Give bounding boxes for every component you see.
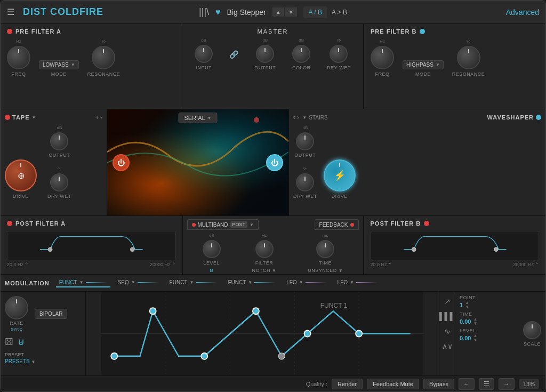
freq-a-knob[interactable]: [7, 46, 30, 69]
post-filter-b-dot[interactable]: [424, 221, 429, 226]
tape-status-dot[interactable]: [5, 115, 10, 120]
mod-header-bar: MODULATION FUNCT ▼ SEQ ▼ FUNCT ▼: [1, 275, 545, 292]
multiband-level-knob[interactable]: [203, 240, 221, 258]
freq-a-label: FREQ: [11, 71, 26, 77]
pre-filter-a-title: PRE FILTER A: [15, 28, 61, 35]
rate-knob[interactable]: [5, 296, 28, 319]
tape-output-knob[interactable]: [50, 132, 68, 150]
ws-drive-knob[interactable]: ⚡: [324, 159, 356, 191]
feedback-tab[interactable]: FEEDBACK: [315, 219, 359, 230]
time-down[interactable]: ▼: [473, 322, 477, 326]
multiband-time-knob[interactable]: [316, 240, 334, 258]
freq-b-knob[interactable]: [371, 46, 394, 69]
power-button-left[interactable]: ⏻: [113, 154, 130, 171]
svg-text:FUNCT 1: FUNCT 1: [320, 302, 348, 309]
dry-wet-master-knob[interactable]: [330, 45, 348, 63]
point-stepper[interactable]: ▲ ▼: [465, 301, 469, 309]
master-section: MASTER dB INPUT 🔗 dB OUTPUT dB: [182, 24, 364, 109]
waveshaper-status-dot[interactable]: [536, 115, 541, 120]
mode-a-group: LOWPASS ▼ MODE: [39, 60, 79, 77]
feedback-dot: [350, 223, 354, 227]
input-knob[interactable]: [195, 45, 213, 63]
mod-tab-lfo2[interactable]: LFO ▼: [334, 278, 381, 287]
presets-button[interactable]: PRESETS ▼: [5, 358, 81, 364]
freq-b-group: Hz FREQ: [371, 39, 394, 77]
power-button-right[interactable]: ⏻: [266, 154, 283, 171]
bipolar-button[interactable]: BIPOLAR: [35, 309, 67, 319]
mod-tab-funct1[interactable]: FUNCT ▼: [56, 278, 110, 287]
output-knob[interactable]: [256, 45, 274, 63]
mod-tab-funct3[interactable]: FUNCT ▼: [224, 278, 279, 287]
tape-knobs: ⊕ DRIVE dB OUTPUT % DRY WET: [5, 125, 102, 199]
advanced-button[interactable]: Advanced: [506, 8, 539, 17]
mod-right: ↗ ▌▌▌ ∿ ∧∨ POINT 1 ▲: [439, 292, 545, 375]
resonance-a-knob[interactable]: [92, 46, 115, 69]
mode-a-select[interactable]: LOWPASS ▼: [39, 60, 79, 69]
tape-nav[interactable]: ‹ ›: [97, 114, 102, 121]
mode-b-select[interactable]: HIGHPASS ▼: [403, 60, 444, 69]
mod-body: RATE SYNC BIPOLAR ⚄ ⊎ PRESET PRESETS ▼: [1, 292, 545, 375]
post-a-low-stepper[interactable]: ⌃: [25, 262, 29, 267]
level-param-label: LEVEL: [460, 328, 515, 333]
link-icon[interactable]: 🔗: [229, 50, 238, 59]
waveshaper-title: WAVESHAPER: [487, 114, 534, 121]
pre-filter-a-status-dot[interactable]: [7, 29, 12, 34]
tape-drive-knob[interactable]: ⊕: [5, 159, 37, 191]
post-a-high-stepper[interactable]: ⌃: [172, 262, 176, 267]
ws-drywet-knob[interactable]: [296, 173, 314, 191]
post-b-high-freq: 20000 Hz: [513, 262, 534, 267]
pre-filter-b-knobs: Hz FREQ HIGHPASS ▼ MODE % RE: [371, 39, 539, 77]
tape-drywet-knob[interactable]: [50, 173, 68, 191]
pre-filter-b-status-dot[interactable]: [420, 29, 425, 34]
render-button[interactable]: Render: [332, 379, 363, 389]
bars-icon: |||\: [199, 6, 209, 18]
mod-icon-wave[interactable]: ∿: [443, 326, 452, 337]
hamburger-icon[interactable]: ☰: [7, 7, 14, 17]
mod-icon-bars[interactable]: ▌▌▌: [438, 311, 456, 322]
menu-nav-button[interactable]: ☰: [479, 378, 494, 390]
serial-button[interactable]: SERIAL ▼: [178, 113, 217, 123]
ws-nav[interactable]: ‹ ›: [293, 114, 299, 121]
multiband-time-sub: UNSYNCED ▼: [308, 268, 343, 273]
dice-icon[interactable]: ⚄: [5, 336, 13, 348]
tape-dropdown[interactable]: ▼: [32, 115, 36, 120]
multiband-post: POST: [230, 221, 248, 228]
modulation-section: MODULATION FUNCT ▼ SEQ ▼ FUNCT ▼: [1, 275, 545, 375]
resonance-b-group: % RESONANCE: [452, 39, 485, 77]
master-knobs: dB INPUT 🔗 dB OUTPUT dB COLOR: [187, 38, 359, 70]
point-down[interactable]: ▼: [465, 305, 469, 309]
mod-tab-seq[interactable]: SEQ ▼: [115, 278, 162, 287]
post-b-low-stepper[interactable]: ⌃: [388, 262, 392, 267]
preset-down-button[interactable]: ▼: [285, 7, 297, 17]
level-down[interactable]: ▼: [473, 338, 477, 342]
forward-button[interactable]: →: [499, 378, 515, 390]
post-filter-a-dot[interactable]: [7, 221, 12, 226]
heart-icon[interactable]: ♥: [215, 7, 221, 17]
multiband-dot: [192, 223, 196, 227]
stairs-select[interactable]: ▼ STAIRS: [302, 115, 327, 121]
resonance-a-unit: %: [102, 39, 106, 44]
multiband-filter-knob[interactable]: [255, 240, 274, 258]
post-b-high-stepper[interactable]: ⌃: [535, 262, 539, 267]
ws-output-knob[interactable]: [296, 132, 314, 150]
mod-icon-arrow[interactable]: ↗: [443, 296, 452, 307]
feedback-mute-button[interactable]: Feedback Mute: [367, 379, 419, 389]
bypass-button[interactable]: Bypass: [423, 379, 454, 389]
time-stepper[interactable]: ▲ ▼: [473, 317, 477, 326]
color-knob[interactable]: [292, 45, 310, 63]
back-button[interactable]: ←: [459, 378, 475, 390]
app-title: DIST COLDFIRE: [23, 6, 103, 18]
resonance-b-knob[interactable]: [457, 46, 480, 69]
mod-icon-noise[interactable]: ∧∨: [441, 341, 454, 351]
preset-up-button[interactable]: ▲: [272, 7, 284, 17]
title-bar-center: |||\ ♥ Big Stepper ▲ ▼ A / B A > B: [184, 6, 362, 18]
mod-tab-funct2[interactable]: FUNCT ▼: [166, 278, 221, 287]
magnet-icon[interactable]: ⊎: [18, 336, 25, 348]
ab-select-button[interactable]: A / B: [303, 6, 327, 18]
level-stepper[interactable]: ▲ ▼: [473, 334, 477, 342]
svg-rect-2: [107, 109, 288, 215]
master-title: MASTER: [187, 28, 359, 35]
scale-knob[interactable]: [523, 321, 541, 339]
mod-tab-lfo1[interactable]: LFO ▼: [283, 278, 330, 287]
multiband-tab[interactable]: MULTIBAND POST ▼: [187, 219, 259, 230]
